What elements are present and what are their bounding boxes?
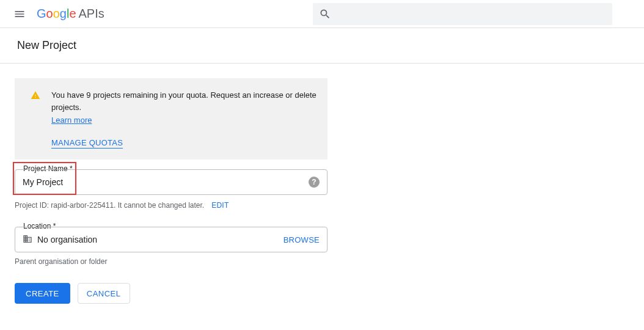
edit-project-id-link[interactable]: EDIT <box>211 201 229 210</box>
create-button[interactable]: CREATE <box>15 283 70 304</box>
search-icon <box>319 8 331 20</box>
manage-quotas-link[interactable]: MANAGE QUOTAS <box>51 138 123 148</box>
search-input[interactable] <box>313 3 612 25</box>
action-row: CREATE CANCEL <box>15 283 327 304</box>
location-helper: Parent organisation or folder <box>15 257 327 266</box>
organization-icon <box>23 234 32 246</box>
project-name-field-wrap: Project Name * ? <box>15 169 327 195</box>
project-id-row: Project ID: rapid-arbor-225411. It canno… <box>15 201 327 210</box>
logo-suffix: APIs <box>79 7 104 21</box>
location-value: No organisation <box>37 235 284 244</box>
quota-notice: You have 9 projects remaining in your qu… <box>15 78 327 160</box>
hamburger-icon <box>13 8 26 20</box>
google-apis-logo: Google APIs <box>37 7 104 21</box>
help-icon[interactable]: ? <box>309 177 320 188</box>
warning-icon <box>31 90 40 102</box>
top-bar: Google APIs <box>0 0 644 28</box>
location-field-wrap: Location * No organisation BROWSE Parent… <box>15 227 327 266</box>
search-wrap <box>313 3 612 25</box>
cancel-button[interactable]: CANCEL <box>78 283 130 304</box>
quota-text: You have 9 projects remaining in your qu… <box>51 89 317 113</box>
page-title: New Project <box>17 39 627 52</box>
learn-more-link[interactable]: Learn more <box>51 116 92 125</box>
main-content: You have 9 projects remaining in your qu… <box>0 64 342 318</box>
project-name-input[interactable] <box>23 177 309 187</box>
menu-button[interactable] <box>7 2 32 26</box>
page-title-bar: New Project <box>0 28 644 64</box>
project-id-text: Project ID: rapid-arbor-225411. It canno… <box>15 201 204 210</box>
browse-button[interactable]: BROWSE <box>284 235 320 244</box>
